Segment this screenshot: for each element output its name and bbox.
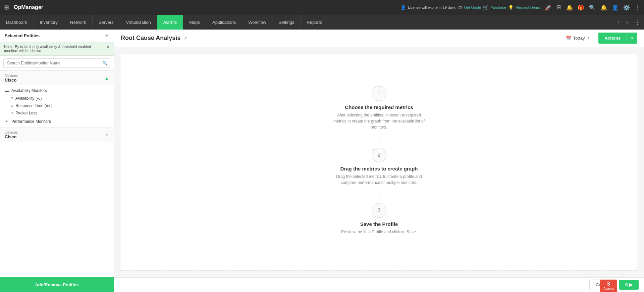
nav-dashboard[interactable]: Dashboard: [0, 15, 34, 30]
step-1-number: 1: [378, 91, 381, 97]
availability-monitors-group[interactable]: ▬ Availability Monitors: [0, 87, 114, 95]
step-2-circle: 2: [372, 148, 386, 162]
step-1-circle: 1: [372, 86, 386, 101]
step-connector-1-2: [379, 136, 379, 146]
step-3-circle: 3: [372, 203, 386, 218]
add-remove-entities-button[interactable]: Add/Remove Entities: [0, 277, 114, 292]
performance-monitors-group[interactable]: ＋ Performance Monitors: [0, 117, 114, 126]
device-group-cisco-2-info: Devices Cisco: [5, 130, 18, 139]
sidebar-content: Devices Cisco ▲ ▬ Availability Monitors …: [0, 71, 114, 277]
device-group-cisco-1-expand-icon[interactable]: ▲: [104, 76, 109, 81]
actions-button-label: Actions: [598, 33, 627, 44]
device-group-cisco-1-header[interactable]: Devices Cisco ▲: [0, 71, 114, 85]
search-icon[interactable]: 🔍: [589, 4, 596, 11]
alarms-label: Alarms: [603, 287, 614, 291]
nav-network[interactable]: Network: [64, 15, 93, 30]
packet-loss-dot: [11, 112, 13, 114]
device-group-cisco-2-header[interactable]: Devices Cisco ▼: [0, 128, 114, 142]
availability-monitors-label: Availability Monitors: [11, 88, 47, 93]
navbar: Dashboard Inventory Network Servers Virt…: [0, 15, 644, 30]
nav-inventory[interactable]: Inventory: [34, 15, 64, 30]
date-selector[interactable]: 📅 Today ▼: [561, 33, 595, 43]
topbar: ⊞ OpManager 👤 License will expire in 19 …: [0, 0, 644, 15]
get-quote-link[interactable]: Get Quote: [464, 5, 481, 9]
quote-icon: 🏷: [458, 5, 462, 10]
monitor-icon[interactable]: 🖥: [556, 4, 561, 10]
grid-icon[interactable]: ⊞: [4, 4, 9, 11]
topbar-icons: 🚀 🖥 🔔 🎁 🔍 🔔 👤 ⚙️ ⋮: [545, 4, 640, 11]
search-input[interactable]: [3, 58, 110, 68]
alarm-bell-icon: 🔔: [600, 5, 607, 10]
step-1-title: Choose the required metrics: [345, 104, 413, 110]
bottom-bar: Cancel S ▶: [114, 277, 644, 292]
device-group-cisco-2-collapse-icon[interactable]: ▼: [104, 132, 109, 138]
page-title: Root Cause Analysis: [121, 35, 180, 42]
step-connector-2-3: [379, 191, 379, 201]
steps-container: 1 Choose the required metrics After sele…: [121, 54, 637, 271]
demo-icon: 💡: [508, 5, 514, 10]
sidebar-title: Selected Entities: [5, 33, 40, 38]
search-box: 🔍: [0, 56, 114, 71]
purchase-icon: 🛒: [483, 5, 488, 10]
page-title-area: Root Cause Analysis ↗: [121, 35, 187, 42]
step-2-description: Drag the selected metrics to create a pr…: [332, 174, 426, 186]
availability-percent-label: Availability (%): [15, 96, 42, 101]
sidebar-header: Selected Entities ▼: [0, 30, 114, 42]
nav-alarms[interactable]: Alarms: [157, 15, 183, 30]
minus-icon: ▬: [5, 88, 9, 93]
settings-icon[interactable]: ⚙️: [623, 4, 630, 11]
plus-icon: ＋: [5, 118, 9, 124]
step-3-title: Save the Profile: [360, 221, 398, 227]
license-text: License will expire in 19 days: [408, 5, 455, 9]
nav-settings[interactable]: Settings: [272, 15, 301, 30]
gift-icon[interactable]: 🎁: [578, 4, 584, 11]
sidebar: Selected Entities ▼ Note : By default on…: [0, 30, 114, 292]
note-close-button[interactable]: ✕: [106, 45, 110, 50]
nav-reports[interactable]: Reports: [301, 15, 328, 30]
nav-applications[interactable]: Applications: [206, 15, 242, 30]
device-group-cisco-2-type-label: Devices: [5, 130, 18, 134]
app-name: OpManager: [14, 4, 43, 10]
request-demo-link[interactable]: Request Demo: [516, 5, 540, 9]
main-layout: Selected Entities ▼ Note : By default on…: [0, 30, 644, 292]
bell-icon[interactable]: 🔔: [566, 4, 573, 11]
rocket-icon[interactable]: 🚀: [545, 4, 551, 11]
more-icon[interactable]: ⋮: [635, 4, 640, 11]
external-link-icon[interactable]: ↗: [183, 36, 187, 41]
note-text: Note : By default only availability & th…: [4, 45, 103, 53]
packet-loss-item[interactable]: Packet Loss: [0, 109, 114, 117]
device-group-cisco-1-type-label: Devices: [5, 74, 18, 78]
response-time-item[interactable]: Response Time (ms): [0, 102, 114, 109]
nav-more-icon[interactable]: ⋮: [631, 18, 644, 26]
step-3-number: 3: [378, 207, 381, 213]
nav-maps[interactable]: Maps: [183, 15, 206, 30]
step-1-description: After selecting the entities, choose the…: [332, 112, 426, 130]
filter-icon[interactable]: ▼: [104, 33, 109, 38]
nav-servers[interactable]: Servers: [93, 15, 120, 30]
step-2-title: Drag the metrics to create graph: [340, 166, 418, 172]
nav-forward-arrow[interactable]: ›: [623, 19, 631, 25]
device-group-cisco-2-name: Cisco: [5, 134, 18, 139]
nav-virtualization[interactable]: Virtualization: [120, 15, 157, 30]
license-info: 👤 License will expire in 19 days 🏷 Get Q…: [400, 5, 540, 10]
response-time-dot: [11, 105, 13, 107]
note-box: Note : By default only availability & th…: [0, 42, 114, 56]
purchase-link[interactable]: Purchase: [490, 5, 506, 9]
notification-badge[interactable]: 🔔: [600, 4, 607, 11]
nav-back-arrow[interactable]: ‹: [614, 19, 623, 25]
actions-dropdown-arrow[interactable]: ▼: [627, 33, 637, 43]
alarms-float-badge[interactable]: 3 Alarms: [600, 280, 617, 292]
search-inner-icon: 🔍: [102, 61, 108, 66]
alarms-count: 3: [607, 281, 610, 287]
date-dropdown-arrow: ▼: [587, 36, 590, 40]
step-3: 3 Save the Profile Preview the final Pro…: [341, 203, 417, 235]
save-button[interactable]: S ▶: [619, 280, 639, 290]
availability-percent-item[interactable]: Availability (%): [0, 95, 114, 102]
actions-button[interactable]: Actions ▼: [598, 33, 637, 44]
nav-workflow[interactable]: Workflow: [242, 15, 272, 30]
step-3-description: Preview the final Profile and click on S…: [341, 229, 417, 235]
performance-monitors-label: Performance Monitors: [11, 119, 51, 124]
person-icon: 👤: [400, 5, 406, 10]
device-group-cisco-1: Devices Cisco ▲ ▬ Availability Monitors …: [0, 71, 114, 128]
user-icon[interactable]: 👤: [612, 4, 619, 11]
